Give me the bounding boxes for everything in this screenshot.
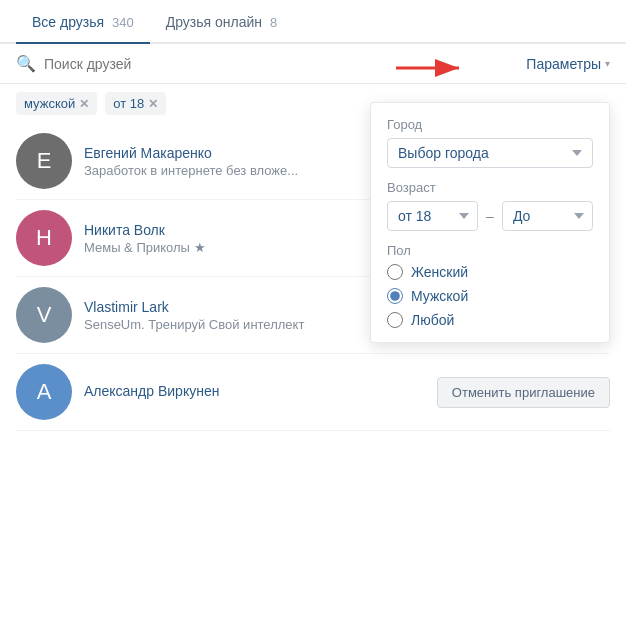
chip-age: от 18 ✕ <box>105 92 166 115</box>
chip-gender: мужской ✕ <box>16 92 97 115</box>
age-dash: – <box>486 208 494 224</box>
gender-any-radio[interactable] <box>387 312 403 328</box>
friend-name[interactable]: Александр Виркунен <box>84 383 425 399</box>
age-row: от 18 от 21 от 25 – До до 25 до 30 до 35… <box>387 201 593 231</box>
friend-action: Отменить приглашение <box>437 377 610 408</box>
tab-online-friends-label: Друзья онлайн <box>166 14 262 30</box>
tab-all-friends-count: 340 <box>112 15 134 30</box>
gender-label: Пол <box>387 243 593 258</box>
gender-any-label: Любой <box>411 312 454 328</box>
params-label: Параметры <box>526 56 601 72</box>
params-dropdown: Город Выбор города Возраст от 18 от 21 о… <box>370 102 610 343</box>
search-icon: 🔍 <box>16 54 36 73</box>
gender-female-radio[interactable] <box>387 264 403 280</box>
search-input[interactable] <box>44 56 518 72</box>
tab-online-friends-count: 8 <box>270 15 277 30</box>
list-item: А Александр Виркунен Отменить приглашени… <box>16 354 610 431</box>
chip-age-remove[interactable]: ✕ <box>148 97 158 111</box>
cancel-invite-button[interactable]: Отменить приглашение <box>437 377 610 408</box>
friend-info: Александр Виркунен <box>84 383 425 401</box>
tab-all-friends-label: Все друзья <box>32 14 104 30</box>
avatar: V <box>16 287 72 343</box>
age-to-select[interactable]: До до 25 до 30 до 35 до 40 <box>502 201 593 231</box>
gender-male-option[interactable]: Мужской <box>387 288 593 304</box>
tabs-bar: Все друзья 340 Друзья онлайн 8 <box>0 0 626 44</box>
city-label: Город <box>387 117 593 132</box>
gender-female-label: Женский <box>411 264 468 280</box>
avatar: Н <box>16 210 72 266</box>
tab-all-friends[interactable]: Все друзья 340 <box>16 0 150 44</box>
age-label: Возраст <box>387 180 593 195</box>
avatar: Е <box>16 133 72 189</box>
tab-online-friends[interactable]: Друзья онлайн 8 <box>150 0 293 44</box>
search-bar: 🔍 Параметры ▾ <box>0 44 626 84</box>
chip-age-label: от 18 <box>113 96 144 111</box>
params-button[interactable]: Параметры ▾ <box>526 56 610 72</box>
chip-gender-label: мужской <box>24 96 75 111</box>
avatar: А <box>16 364 72 420</box>
age-from-select[interactable]: от 18 от 21 от 25 <box>387 201 478 231</box>
city-select[interactable]: Выбор города <box>387 138 593 168</box>
chevron-down-icon: ▾ <box>605 58 610 69</box>
gender-male-radio[interactable] <box>387 288 403 304</box>
gender-female-option[interactable]: Женский <box>387 264 593 280</box>
gender-radio-group: Женский Мужской Любой <box>387 264 593 328</box>
chip-gender-remove[interactable]: ✕ <box>79 97 89 111</box>
gender-any-option[interactable]: Любой <box>387 312 593 328</box>
gender-male-label: Мужской <box>411 288 468 304</box>
page-wrapper: Все друзья 340 Друзья онлайн 8 🔍 Парамет… <box>0 0 626 617</box>
